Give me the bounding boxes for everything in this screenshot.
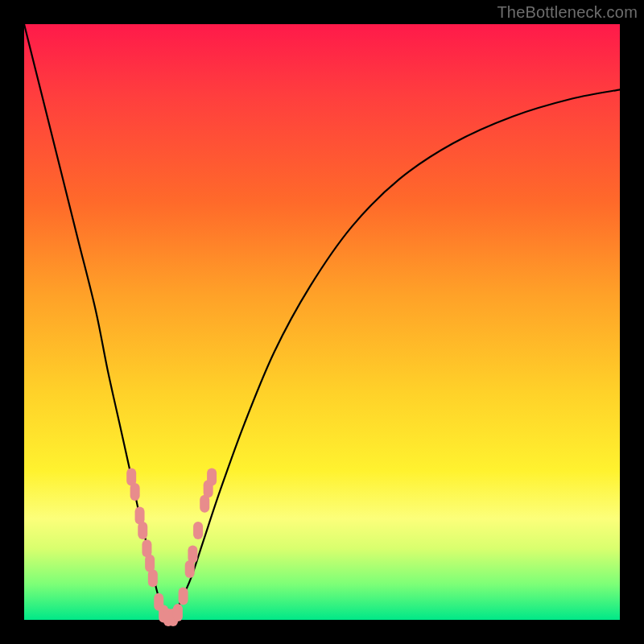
watermark-label: TheBottleneck.com bbox=[497, 3, 638, 22]
marker-point bbox=[138, 522, 147, 539]
marker-group bbox=[126, 468, 217, 626]
marker-point bbox=[173, 604, 183, 621]
plot-area bbox=[24, 24, 620, 620]
marker-point bbox=[188, 546, 197, 564]
marker-point bbox=[179, 587, 188, 605]
marker-point bbox=[130, 483, 140, 501]
chart-frame: TheBottleneck.com bbox=[0, 0, 644, 644]
marker-point bbox=[207, 468, 217, 485]
bottleneck-curve-path bbox=[24, 24, 620, 618]
chart-svg bbox=[24, 24, 620, 620]
marker-point bbox=[148, 569, 158, 587]
marker-point bbox=[193, 522, 203, 539]
